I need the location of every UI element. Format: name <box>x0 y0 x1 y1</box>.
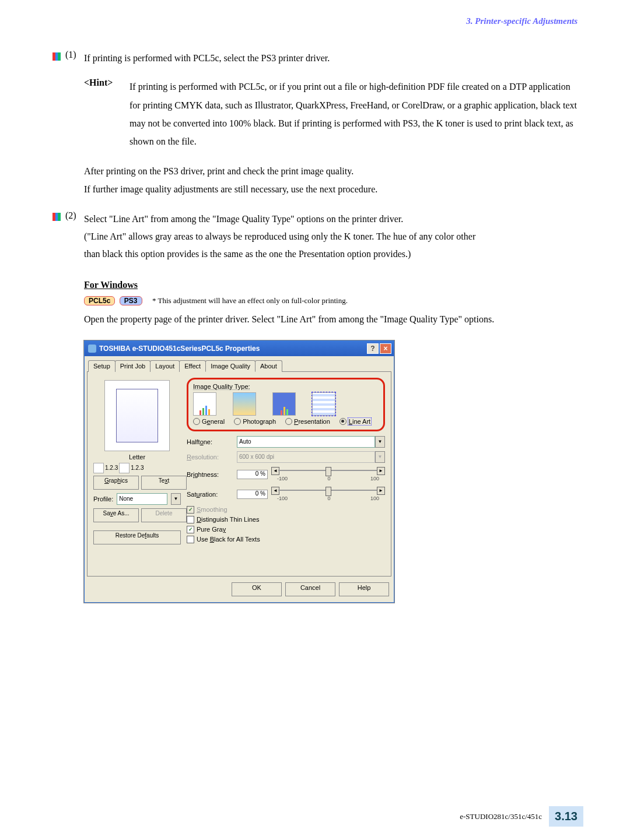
hint-label: <Hint> <box>84 78 130 150</box>
restore-defaults-button[interactable]: Restore Defaults <box>93 530 181 544</box>
tab-effect[interactable]: Effect <box>179 360 206 372</box>
page-number: 3.13 <box>549 806 583 827</box>
paper-size-label: Letter <box>93 454 181 461</box>
tab-layout[interactable]: Layout <box>150 360 180 372</box>
chevron-down-icon[interactable]: ▼ <box>171 493 181 505</box>
arrow-left-icon[interactable]: ◄ <box>271 467 279 475</box>
step-text-1: If printing is performed with PCL5c, sel… <box>84 50 583 67</box>
section-header: 3. Printer-specific Adjustments <box>52 16 583 26</box>
tab-about[interactable]: About <box>255 360 282 372</box>
title-bar[interactable]: TOSHIBA e-STUDIO451cSeriesPCL5c Properti… <box>85 341 394 356</box>
tab-image-quality[interactable]: Image Quality <box>205 360 256 372</box>
chevron-down-icon[interactable]: ▼ <box>375 436 385 448</box>
highlight-box: Image Quality Type: General Photograph P… <box>187 378 385 431</box>
text-button[interactable]: Text <box>141 476 187 490</box>
model-label: e-STUDIO281c/351c/451c <box>460 812 542 821</box>
thumb-general[interactable] <box>193 392 216 416</box>
cancel-button[interactable]: Cancel <box>285 582 335 596</box>
black-text-checkbox[interactable]: Use Black for All Texts <box>187 536 385 543</box>
ps3-badge: PS3 <box>120 296 142 305</box>
pure-gray-checkbox[interactable]: ✓Pure Gray <box>187 526 385 533</box>
brightness-label: Brightness: <box>187 471 233 478</box>
radio-photograph[interactable]: Photograph <box>234 418 276 425</box>
open-property-paragraph: Open the property page of the printer dr… <box>84 310 583 328</box>
pcl5c-badge: PCL5c <box>84 296 115 305</box>
step-text-2: Select "Line Art" from among the "Image … <box>84 210 583 263</box>
close-button[interactable]: × <box>380 343 391 354</box>
thumb-presentation[interactable] <box>272 392 296 416</box>
saturation-slider[interactable]: ◄ ► -1000100 <box>271 486 385 502</box>
help-button[interactable]: Help <box>339 582 389 596</box>
page-scale-2: 1.2.3 <box>131 465 144 471</box>
step-number-1: (1) <box>65 50 84 67</box>
radio-line-art[interactable]: Line Art <box>340 418 371 425</box>
thumb-line-art[interactable] <box>312 392 335 416</box>
delete-button: Delete <box>141 508 187 522</box>
radio-general[interactable]: General <box>193 418 225 425</box>
saturation-label: Saturation: <box>187 491 233 498</box>
help-button[interactable]: ? <box>367 343 379 354</box>
page-icon <box>93 463 104 473</box>
bullet-icon <box>52 210 65 263</box>
adjustment-note: * This adjustment will have an effect on… <box>152 296 348 305</box>
arrow-left-icon[interactable]: ◄ <box>271 487 279 495</box>
halftone-label: Halftone: <box>187 438 233 445</box>
bullet-icon <box>52 50 65 67</box>
thumb-photograph[interactable] <box>233 392 256 416</box>
brightness-slider[interactable]: ◄ ► -1000100 <box>271 466 385 483</box>
after-line-1: After printing on the PS3 driver, print … <box>84 162 583 180</box>
arrow-right-icon[interactable]: ► <box>377 467 385 475</box>
ok-button[interactable]: OK <box>232 582 282 596</box>
page-icon <box>119 463 130 473</box>
smoothing-checkbox: ✓Smoothing <box>187 506 385 514</box>
brightness-value: 0 % <box>237 470 268 479</box>
after-line-2: If further image quality adjustments are… <box>84 180 583 198</box>
window-title: TOSHIBA e-STUDIO451cSeriesPCL5c Properti… <box>99 345 260 353</box>
chevron-down-icon: ▼ <box>375 451 385 463</box>
app-icon <box>88 345 96 353</box>
save-as-button[interactable]: Save As... <box>93 508 139 522</box>
arrow-right-icon[interactable]: ► <box>377 487 385 495</box>
for-windows-heading: For Windows <box>84 280 583 290</box>
tab-strip: Setup Print Job Layout Effect Image Qual… <box>85 356 394 371</box>
tab-print-job[interactable]: Print Job <box>115 360 150 372</box>
thin-lines-checkbox[interactable]: Distinguish Thin Lines <box>187 516 385 523</box>
page-scale-1: 1.2.3 <box>105 465 118 471</box>
profile-label: Profile: <box>93 495 113 502</box>
properties-dialog: TOSHIBA e-STUDIO451cSeriesPCL5c Properti… <box>84 340 394 603</box>
graphics-button[interactable]: Graphics <box>93 476 139 490</box>
resolution-combo: 600 x 600 dpi <box>237 451 375 463</box>
tab-setup[interactable]: Setup <box>88 360 116 372</box>
step-number-2: (2) <box>65 210 84 263</box>
page-preview <box>104 380 170 451</box>
radio-presentation[interactable]: Presentation <box>285 418 330 425</box>
image-quality-type-label: Image Quality Type: <box>193 383 379 390</box>
halftone-combo[interactable]: Auto <box>237 436 375 448</box>
resolution-label: Resolution: <box>187 454 233 461</box>
profile-combo[interactable]: None <box>117 493 167 505</box>
saturation-value: 0 % <box>237 490 268 499</box>
hint-body: If printing is performed with PCL5c, or … <box>130 78 583 150</box>
